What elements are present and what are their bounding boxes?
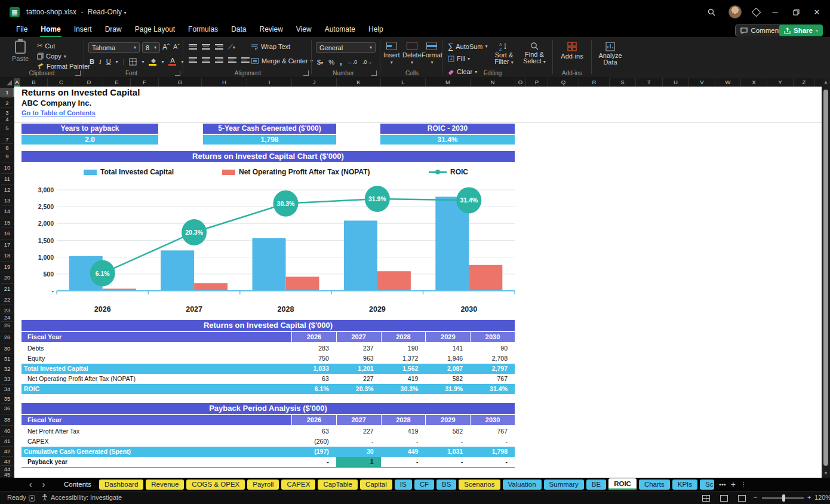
table-cell[interactable]: -	[291, 457, 336, 467]
share-button[interactable]: Share ▾	[779, 24, 823, 36]
align-left-button[interactable]	[189, 57, 197, 63]
add-ins-button[interactable]: Add-ins	[557, 42, 587, 60]
tab-contents[interactable]: Contents	[59, 480, 97, 490]
tab-roic[interactable]: ROIC	[608, 478, 637, 490]
menu-automate[interactable]: Automate	[318, 24, 362, 37]
row-header-13[interactable]: 13	[0, 196, 14, 205]
align-right-button[interactable]	[215, 57, 223, 63]
column-header-W[interactable]: W	[715, 78, 741, 87]
align-bottom-button[interactable]	[215, 44, 223, 50]
column-header-T[interactable]: T	[636, 78, 663, 87]
table-cell[interactable]: 419	[381, 374, 426, 384]
scroll-up-icon[interactable]: ▲	[822, 78, 830, 87]
row-header-9[interactable]: 9	[0, 152, 14, 161]
align-middle-button[interactable]	[202, 44, 210, 50]
tab-bs[interactable]: BS	[436, 480, 456, 490]
table-row-label[interactable]: Debts	[21, 343, 291, 354]
table-row-label[interactable]: Net Profit After Tax	[21, 426, 291, 437]
align-top-button[interactable]	[189, 44, 197, 50]
table-cell[interactable]: 582	[425, 426, 470, 437]
vertical-scroll-thumb[interactable]	[823, 90, 828, 466]
tab-is[interactable]: IS	[395, 480, 412, 490]
table-cell[interactable]: 1,372	[381, 354, 426, 364]
zoom-in-button[interactable]: +	[807, 494, 811, 501]
tab-scenarios[interactable]: Scenarios	[459, 480, 500, 490]
menu-draw[interactable]: Draw	[99, 24, 128, 37]
column-header-N[interactable]: N	[471, 78, 515, 87]
column-header-L[interactable]: L	[381, 78, 426, 87]
column-header-Z[interactable]: Z	[794, 78, 815, 87]
table-cell[interactable]: 30.3%	[381, 384, 426, 394]
table-row-label[interactable]: CAPEX	[21, 437, 291, 447]
tab-capital[interactable]: Capital	[360, 480, 392, 490]
table-cell[interactable]: (197)	[291, 447, 336, 457]
clipboard-dialog-launcher[interactable]	[75, 70, 81, 76]
table-cell[interactable]: -	[425, 437, 470, 447]
menu-data[interactable]: Data	[225, 24, 253, 37]
wrap-text-button[interactable]: Wrap Text	[251, 43, 290, 50]
column-header-E[interactable]: E	[103, 78, 131, 87]
row-header-34[interactable]: 34	[0, 385, 14, 394]
tab-kpis[interactable]: KPIs	[672, 480, 697, 490]
find-select-button[interactable]: Find & Select ▾	[521, 42, 548, 65]
column-header-Y[interactable]: Y	[767, 78, 794, 87]
table-cell[interactable]: 582	[425, 374, 470, 384]
alignment-dialog-launcher[interactable]	[303, 70, 309, 76]
menu-page-layout[interactable]: Page Layout	[128, 24, 182, 37]
tab-payroll[interactable]: Payroll	[247, 480, 279, 490]
menu-help[interactable]: Help	[362, 24, 390, 37]
font-dialog-launcher[interactable]	[175, 70, 180, 76]
column-header-H[interactable]: H	[202, 78, 247, 87]
column-header-M[interactable]: M	[426, 78, 471, 87]
format-painter-button[interactable]: Format Painter	[37, 63, 90, 70]
table-cell[interactable]: -	[425, 457, 470, 467]
row-header-1[interactable]: 1	[0, 88, 14, 97]
tab-captable[interactable]: CapTable	[318, 480, 358, 490]
diamond-icon[interactable]	[748, 5, 764, 19]
decrease-decimal-button[interactable]: .0→	[362, 59, 373, 65]
select-all-corner[interactable]	[0, 78, 14, 87]
table-cell[interactable]: 63	[291, 426, 336, 437]
tab-options-button[interactable]: ⋮	[740, 481, 747, 488]
table-cell[interactable]: 963	[336, 354, 381, 364]
grow-font-button[interactable]: Aˆ	[162, 43, 170, 51]
column-header-P[interactable]: P	[526, 78, 548, 87]
table-cell[interactable]: -	[470, 457, 515, 467]
comma-format-button[interactable]: ,	[340, 57, 342, 66]
font-size-select[interactable]: 8▾	[142, 42, 160, 53]
align-center-button[interactable]	[202, 57, 210, 63]
table-cell[interactable]: -	[470, 437, 515, 447]
row-header-28[interactable]: 28	[0, 333, 14, 342]
column-header-B[interactable]: B	[20, 78, 48, 87]
orientation-button[interactable]: ⟋▾	[228, 43, 235, 51]
add-sheet-button[interactable]: +	[731, 480, 736, 489]
insert-cells-button[interactable]: Insert▾	[383, 42, 400, 65]
row-header-15[interactable]: 15	[0, 218, 14, 227]
table-cell[interactable]: 283	[291, 343, 336, 354]
menu-review[interactable]: Review	[253, 24, 289, 37]
table-cell[interactable]: -	[381, 457, 426, 467]
row-header-32[interactable]: 32	[0, 364, 14, 373]
row-header-33[interactable]: 33	[0, 374, 14, 383]
table-cell[interactable]: 227	[336, 374, 381, 384]
tab-be[interactable]: BE	[586, 480, 606, 490]
table-cell[interactable]: 2,087	[425, 364, 470, 374]
row-header-17[interactable]: 17	[0, 240, 14, 249]
kpi-value-cash[interactable]: 1,798	[203, 135, 336, 145]
table-row-label[interactable]: Equity	[21, 354, 291, 364]
column-header-F[interactable]: F	[131, 78, 159, 87]
scroll-down-icon[interactable]: ▼	[822, 469, 830, 478]
tab-cf[interactable]: CF	[414, 480, 434, 490]
row-header-25[interactable]: 25	[0, 321, 14, 330]
table-cell[interactable]: 767	[470, 374, 515, 384]
vertical-scrollbar[interactable]: ▲ ▼	[822, 78, 830, 478]
table-cell[interactable]: 1,033	[291, 364, 336, 374]
table-cell[interactable]: 20.3%	[336, 384, 381, 394]
fill-button[interactable]: Fill▾	[448, 55, 470, 62]
row-header-36[interactable]: 36	[0, 404, 14, 413]
menu-view[interactable]: View	[290, 24, 318, 37]
table-cell[interactable]: 1,798	[470, 447, 515, 457]
row-header-18[interactable]: 18	[0, 251, 14, 260]
table-cell[interactable]: -	[381, 437, 426, 447]
table-cell[interactable]: 31.9%	[425, 384, 470, 394]
